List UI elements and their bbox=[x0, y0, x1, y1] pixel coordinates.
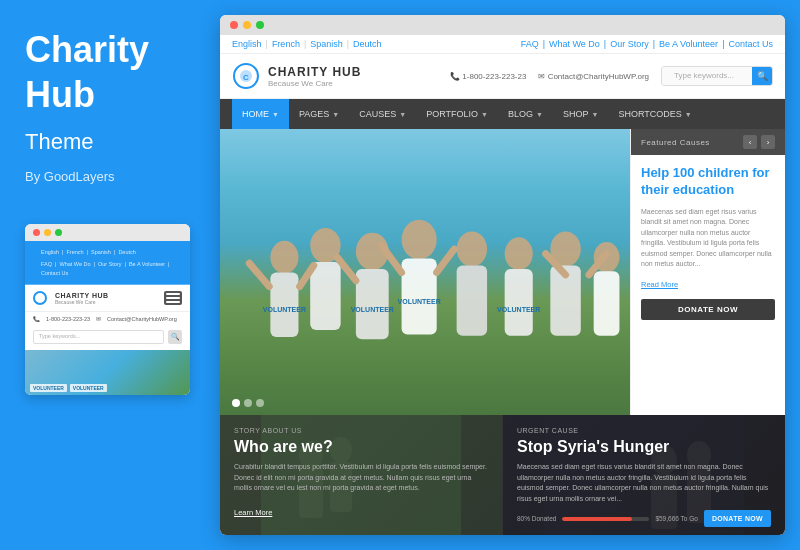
browser-dot-red bbox=[230, 21, 238, 29]
mobile-nav-volunteer[interactable]: Be A Volunteer bbox=[129, 261, 165, 267]
progress-bar-fill bbox=[562, 517, 632, 521]
nav-causes-label: CAUSES bbox=[359, 109, 396, 119]
brand-title: Charity Hub bbox=[25, 30, 195, 119]
nav-pages-label: PAGES bbox=[299, 109, 329, 119]
mobile-contact-row: 📞 1-800-223-223-23 ✉ Contact@CharityHubW… bbox=[25, 312, 190, 326]
mobile-lang-french[interactable]: French bbox=[66, 249, 83, 255]
card-story-content: Story About Us Who are we? Curabitur bla… bbox=[220, 415, 502, 535]
slider-dot-3[interactable] bbox=[256, 399, 264, 407]
featured-read-more[interactable]: Read More bbox=[641, 280, 775, 289]
volunteer-silhouettes: VOLUNTEER VOLUNTEER VOLUNTEER VOLUNTEER bbox=[220, 158, 630, 415]
nav-shortcodes-caret: ▼ bbox=[685, 111, 692, 118]
card-cause-bottom-row: 80% Donated $59,666 To Go DONATE NOW bbox=[517, 510, 771, 527]
progress-info-remaining: $59,666 To Go bbox=[655, 515, 698, 522]
mobile-search-button[interactable]: 🔍 bbox=[168, 330, 182, 344]
nav-bevolunteer[interactable]: Be A Volunteer bbox=[659, 39, 718, 49]
card-cause-content: Urgent Cause Stop Syria's Hunger Maecena… bbox=[503, 415, 785, 535]
featured-nav: ‹ › bbox=[743, 135, 775, 149]
featured-donate-btn[interactable]: DONATE NOW bbox=[641, 299, 775, 320]
svg-text:C: C bbox=[243, 73, 249, 82]
nav-blog[interactable]: BLOG ▼ bbox=[498, 99, 553, 129]
svg-rect-4 bbox=[270, 272, 298, 336]
nav-contactus[interactable]: Contact Us bbox=[728, 39, 773, 49]
mobile-lang-english[interactable]: English bbox=[41, 249, 59, 255]
site-content: English | French | Spanish | Deutch FAQ … bbox=[220, 35, 785, 535]
site-email: ✉ Contact@CharityHubWP.org bbox=[538, 72, 649, 81]
nav-shortcodes[interactable]: SHORTCODES ▼ bbox=[608, 99, 701, 129]
logo-icon: C bbox=[232, 62, 260, 90]
nav-home[interactable]: HOME ▼ bbox=[232, 99, 289, 129]
lang-spanish[interactable]: Spanish bbox=[310, 39, 343, 49]
slider-dot-1[interactable] bbox=[232, 399, 240, 407]
lang-links-right: FAQ | What We Do | Our Story | Be A Volu… bbox=[521, 39, 773, 49]
mobile-email-icon: ✉ bbox=[96, 316, 101, 322]
featured-cause-title: Help 100 children for their education bbox=[641, 165, 775, 199]
svg-rect-12 bbox=[457, 265, 487, 335]
mobile-logo-row: CHARITY HUB Because We Care bbox=[25, 285, 190, 312]
site-logo-tagline: Because We Care bbox=[268, 79, 361, 88]
mobile-nav-links: FAQ | What We Do | Our Story | Be A Volu… bbox=[33, 258, 182, 279]
search-submit-btn[interactable]: 🔍 bbox=[752, 67, 772, 85]
site-search-box[interactable]: Type keywords... 🔍 bbox=[661, 66, 773, 86]
progress-bar-wrap bbox=[562, 517, 649, 521]
mobile-search-row: Type keywords... 🔍 bbox=[25, 326, 190, 350]
lang-deutch[interactable]: Deutch bbox=[353, 39, 382, 49]
featured-next-btn[interactable]: › bbox=[761, 135, 775, 149]
site-phone: 📞 1-800-223-223-23 bbox=[450, 72, 526, 81]
featured-header: Featured Causes ‹ › bbox=[631, 129, 785, 155]
svg-point-13 bbox=[505, 237, 533, 270]
mobile-nav-ourstory[interactable]: Our Story bbox=[98, 261, 122, 267]
nav-whatwedo[interactable]: What We Do bbox=[549, 39, 600, 49]
slider-dot-2[interactable] bbox=[244, 399, 252, 407]
svg-text:VOLUNTEER: VOLUNTEER bbox=[497, 306, 540, 313]
nav-shop[interactable]: SHOP ▼ bbox=[553, 99, 608, 129]
mobile-lang-sep3: | bbox=[114, 249, 115, 255]
mobile-volunteer-badge1: VOLUNTEER bbox=[30, 384, 67, 392]
svg-text:VOLUNTEER: VOLUNTEER bbox=[263, 306, 306, 313]
card-story-learn-more[interactable]: Learn More bbox=[234, 508, 488, 517]
brand-by: By GoodLayers bbox=[25, 169, 195, 184]
card-cause: Urgent Cause Stop Syria's Hunger Maecena… bbox=[503, 415, 785, 535]
lang-links-left: English | French | Spanish | Deutch bbox=[232, 39, 382, 49]
mobile-dot-red bbox=[33, 229, 40, 236]
mobile-top-bar: English | French | Spanish | Deutch FAQ … bbox=[25, 241, 190, 285]
mobile-search-input[interactable]: Type keywords... bbox=[33, 330, 164, 344]
featured-cause-desc: Maecenas sed diam eget risus varius blan… bbox=[641, 207, 775, 270]
mobile-lang-spanish[interactable]: Spanish bbox=[91, 249, 111, 255]
svg-line-23 bbox=[249, 263, 269, 286]
lang-french[interactable]: French bbox=[272, 39, 300, 49]
brand-name-line1: Charity bbox=[25, 30, 195, 70]
card-story-eyebrow: Story About Us bbox=[234, 427, 488, 434]
card-story-desc: Curabitur blandit tempus porttitor. Vest… bbox=[234, 462, 488, 494]
card-cause-title: Stop Syria's Hunger bbox=[517, 437, 771, 456]
mobile-lang-deutch[interactable]: Deutch bbox=[118, 249, 135, 255]
nav-pages[interactable]: PAGES ▼ bbox=[289, 99, 349, 129]
nav-shortcodes-label: SHORTCODES bbox=[618, 109, 681, 119]
mobile-nav-whatwedo[interactable]: What We Do bbox=[59, 261, 90, 267]
svg-rect-10 bbox=[402, 258, 437, 334]
nav-pages-caret: ▼ bbox=[332, 111, 339, 118]
left-panel: Charity Hub Theme By GoodLayers English … bbox=[0, 0, 220, 550]
mobile-lang-sep1: | bbox=[62, 249, 63, 255]
nav-causes[interactable]: CAUSES ▼ bbox=[349, 99, 416, 129]
svg-text:VOLUNTEER: VOLUNTEER bbox=[398, 298, 441, 305]
card-story: Story About Us Who are we? Curabitur bla… bbox=[220, 415, 502, 535]
featured-prev-btn[interactable]: ‹ bbox=[743, 135, 757, 149]
hero-area: VOLUNTEER VOLUNTEER VOLUNTEER VOLUNTEER bbox=[220, 129, 785, 415]
nav-portfolio-label: PORTFOLIO bbox=[426, 109, 478, 119]
language-bar: English | French | Spanish | Deutch FAQ … bbox=[220, 35, 785, 54]
lang-english[interactable]: English bbox=[232, 39, 262, 49]
mobile-phone-icon: 📞 bbox=[33, 316, 40, 322]
nav-ourstory[interactable]: Our Story bbox=[610, 39, 649, 49]
mobile-nav-contact[interactable]: Contact Us bbox=[41, 270, 68, 276]
card-cause-donate-btn[interactable]: DONATE NOW bbox=[704, 510, 771, 527]
mobile-nav-faq[interactable]: FAQ bbox=[41, 261, 52, 267]
nav-portfolio[interactable]: PORTFOLIO ▼ bbox=[416, 99, 498, 129]
nav-blog-caret: ▼ bbox=[536, 111, 543, 118]
nav-faq[interactable]: FAQ bbox=[521, 39, 539, 49]
card-cause-eyebrow: Urgent Cause bbox=[517, 427, 771, 434]
browser-bar bbox=[220, 15, 785, 35]
featured-label: Featured Causes bbox=[641, 138, 710, 147]
nav-home-label: HOME bbox=[242, 109, 269, 119]
mobile-hamburger-menu[interactable] bbox=[164, 291, 182, 305]
